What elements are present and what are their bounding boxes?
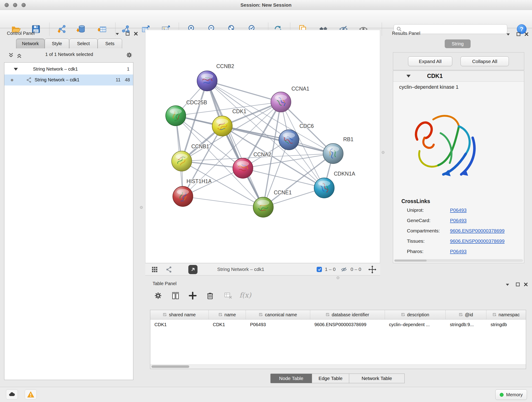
column-icon	[163, 313, 167, 317]
selected-count: 1 – 0	[325, 267, 336, 272]
edge-HIST1H1A-CCNE1[interactable]	[183, 196, 263, 207]
svg-text:CDC6: CDC6	[299, 123, 314, 129]
svg-text:CCNE1: CCNE1	[274, 190, 292, 196]
crosslink-uniprot[interactable]: P06493	[450, 207, 467, 213]
main-toolbar: ?	[0, 10, 532, 28]
results-panel-close-button[interactable]	[525, 32, 529, 37]
edge-count: 48	[125, 77, 130, 83]
collection-count: 1	[127, 66, 129, 72]
control-panel-close-button[interactable]	[134, 32, 138, 37]
column-header[interactable]: database identifier	[310, 310, 385, 319]
network-row-selected[interactable]: String Network – cdk1 11 48	[4, 75, 133, 85]
network-graph[interactable]: CCNB2CCNA1CDC25BCDK1CDC6RB1CCNB1CCNA2CDK…	[146, 30, 380, 263]
table-panel-close-button[interactable]	[524, 282, 528, 287]
edge-CDK1-RB1[interactable]	[222, 126, 333, 153]
memory-button[interactable]: Memory	[495, 389, 527, 400]
tab-select[interactable]: Select	[69, 38, 98, 48]
results-scrollbar[interactable]	[394, 259, 523, 262]
protein-structure-image	[404, 105, 489, 190]
hidden-count: 0 – 0	[351, 267, 361, 272]
tab-style[interactable]: Style	[45, 38, 69, 48]
svg-text:CCNA2: CCNA2	[253, 152, 271, 157]
network-selection-status: 1 of 1 Network selected	[3, 52, 136, 57]
results-panel-float-button[interactable]	[516, 32, 520, 37]
node-CCNB1[interactable]: CCNB1	[172, 143, 209, 171]
share-network-icon[interactable]	[165, 266, 173, 274]
results-panel: Results Panel String Expand All Collapse…	[390, 30, 528, 279]
tab-edge-table[interactable]: Edge Table	[312, 374, 349, 383]
protein-name: CDK1	[427, 73, 443, 79]
crosslink-label: Uniprot:	[407, 207, 424, 213]
tab-sets[interactable]: Sets	[98, 38, 122, 48]
control-panel-float-button[interactable]	[126, 32, 130, 37]
edge-CCNB2-CCNE1[interactable]	[207, 81, 263, 207]
collapse-section-icon[interactable]	[406, 75, 411, 77]
delete-column-trash-icon[interactable]	[205, 291, 215, 301]
scrollbar-thumb[interactable]	[152, 365, 189, 368]
column-header[interactable]: shared name	[150, 310, 209, 319]
right-splitter-handle[interactable]	[382, 151, 385, 154]
open-in-new-window-button[interactable]	[188, 265, 197, 274]
network-view[interactable]: CCNB2CCNA1CDC25BCDK1CDC6RB1CCNB1CCNA2CDK…	[145, 30, 380, 263]
svg-text:CCNA1: CCNA1	[291, 86, 309, 92]
protein-section-header[interactable]: CDK1	[393, 71, 524, 82]
column-header[interactable]: @id	[446, 310, 486, 319]
network-view-title: String Network – cdk1	[217, 267, 264, 272]
results-panel-collapse-button[interactable]	[506, 32, 510, 37]
node-CDKN1A[interactable]: CDKN1A	[314, 171, 355, 198]
svg-text:RB1: RB1	[343, 136, 354, 142]
network-view-toolbar: String Network – cdk1 1 – 0 0 – 0	[145, 263, 380, 275]
results-scrollbar-thumb[interactable]	[394, 260, 427, 262]
network-label: String Network – cdk1	[35, 77, 80, 83]
column-header[interactable]: name	[209, 310, 246, 319]
bottom-splitter-handle[interactable]	[336, 276, 339, 279]
edge-CCNB2-CCNA1[interactable]	[207, 81, 281, 102]
birds-eye-view-icon[interactable]	[151, 266, 158, 274]
control-panel-collapse-button[interactable]	[115, 32, 120, 37]
warnings-button[interactable]	[25, 389, 37, 400]
table-settings-gear-icon[interactable]	[153, 291, 163, 301]
left-splitter-handle[interactable]	[140, 206, 143, 209]
crosslink-label: Pharos:	[407, 249, 423, 254]
cloud-button[interactable]	[6, 389, 18, 400]
collapse-all-button[interactable]: Collapse All	[461, 56, 509, 66]
tab-node-table[interactable]: Node Table	[270, 374, 312, 383]
current-network-bullet	[11, 79, 13, 81]
table-horizontal-scrollbar[interactable]	[150, 364, 526, 369]
hidden-eye-slash-icon	[341, 266, 347, 274]
crosslink-genecard[interactable]: P06493	[450, 218, 467, 223]
tab-network[interactable]: Network	[16, 38, 45, 48]
show-columns-icon[interactable]	[171, 291, 181, 301]
node-RB1[interactable]: RB1	[323, 136, 354, 164]
arrow-up-right-icon	[190, 267, 196, 273]
svg-text:CCNB1: CCNB1	[191, 143, 209, 149]
expand-all-button[interactable]: Expand All	[408, 56, 452, 66]
table-panel-float-button[interactable]	[516, 282, 520, 287]
crosslinks-heading: CrossLinks	[401, 198, 430, 204]
crosslink-compartments[interactable]: 9606.ENSP00000378699	[450, 228, 505, 234]
table-row[interactable]: CDK1 CDK1 P06493 9606.ENSP00000378699 cy…	[150, 319, 526, 330]
memory-label: Memory	[506, 392, 523, 397]
column-header[interactable]: namespac	[486, 310, 526, 319]
tree-expand-icon[interactable]	[14, 68, 18, 70]
network-collection-row[interactable]: String Network – cdk1 1	[4, 64, 133, 75]
node-CCNE1[interactable]: CCNE1	[253, 190, 292, 217]
node-HIST1H1A[interactable]: HIST1H1A	[173, 178, 212, 206]
column-header[interactable]: description	[385, 310, 446, 319]
crosslink-pharos[interactable]: P06493	[450, 249, 467, 254]
pan-move-icon[interactable]	[368, 265, 377, 275]
tab-string[interactable]: String	[445, 39, 471, 48]
selected-checkbox-icon[interactable]	[317, 267, 322, 272]
node-CCNA1[interactable]: CCNA1	[271, 86, 309, 112]
column-header[interactable]: canonical name	[246, 310, 310, 319]
window-title: Session: New Session	[0, 0, 532, 10]
table-panel-collapse-button[interactable]	[505, 283, 510, 287]
column-icon	[259, 313, 263, 317]
gear-icon[interactable]	[125, 51, 133, 60]
svg-text:CCNB2: CCNB2	[216, 63, 234, 69]
tab-network-table[interactable]: Network Table	[349, 374, 405, 383]
network-tree: String Network – cdk1 1 String Network –…	[4, 62, 133, 380]
crosslink-tissues[interactable]: 9606.ENSP00000378699	[450, 238, 505, 244]
add-column-plus-icon[interactable]	[188, 291, 198, 301]
function-builder-icon[interactable]: f(x)	[239, 291, 251, 299]
